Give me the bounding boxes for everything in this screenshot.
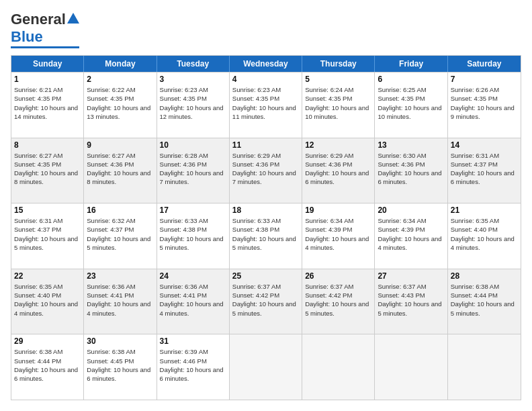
sun-info: Sunrise: 6:22 AM Sunset: 4:35 PM Dayligh… <box>87 85 153 121</box>
day-number: 4 <box>232 75 299 84</box>
sun-info: Sunrise: 6:35 AM Sunset: 4:40 PM Dayligh… <box>451 216 518 252</box>
cal-cell-day-25: 25Sunrise: 6:37 AM Sunset: 4:42 PM Dayli… <box>230 269 302 334</box>
day-number: 19 <box>305 205 371 215</box>
sun-info: Sunrise: 6:36 AM Sunset: 4:41 PM Dayligh… <box>160 282 226 318</box>
logo: General Blue <box>11 11 79 48</box>
calendar: SundayMondayTuesdayWednesdayThursdayFrid… <box>11 55 521 400</box>
day-number: 30 <box>87 336 153 346</box>
day-number: 2 <box>87 75 153 84</box>
cal-cell-day-13: 13Sunrise: 6:30 AM Sunset: 4:36 PM Dayli… <box>375 138 447 203</box>
sun-info: Sunrise: 6:34 AM Sunset: 4:39 PM Dayligh… <box>305 216 371 252</box>
sun-info: Sunrise: 6:38 AM Sunset: 4:45 PM Dayligh… <box>87 347 153 383</box>
day-number: 3 <box>160 75 226 84</box>
cal-row-2: 8Sunrise: 6:27 AM Sunset: 4:35 PM Daylig… <box>11 138 521 203</box>
sun-info: Sunrise: 6:38 AM Sunset: 4:44 PM Dayligh… <box>14 347 81 383</box>
sun-info: Sunrise: 6:37 AM Sunset: 4:42 PM Dayligh… <box>232 282 299 318</box>
cal-cell-day-23: 23Sunrise: 6:36 AM Sunset: 4:41 PM Dayli… <box>84 269 157 334</box>
cal-cell-day-24: 24Sunrise: 6:36 AM Sunset: 4:41 PM Dayli… <box>157 269 230 334</box>
sun-info: Sunrise: 6:27 AM Sunset: 4:36 PM Dayligh… <box>87 151 153 187</box>
cal-cell-day-21: 21Sunrise: 6:35 AM Sunset: 4:40 PM Dayli… <box>448 203 521 269</box>
day-number: 31 <box>160 336 226 346</box>
cal-cell-day-31: 31Sunrise: 6:39 AM Sunset: 4:46 PM Dayli… <box>157 334 230 400</box>
cal-cell-day-29: 29Sunrise: 6:38 AM Sunset: 4:44 PM Dayli… <box>11 334 84 400</box>
cal-cell-day-2: 2Sunrise: 6:22 AM Sunset: 4:35 PM Daylig… <box>84 73 157 138</box>
cal-cell-day-30: 30Sunrise: 6:38 AM Sunset: 4:45 PM Dayli… <box>84 334 157 400</box>
cal-cell-day-11: 11Sunrise: 6:29 AM Sunset: 4:36 PM Dayli… <box>230 138 302 203</box>
day-number: 27 <box>378 271 444 281</box>
sun-info: Sunrise: 6:30 AM Sunset: 4:36 PM Dayligh… <box>378 151 444 187</box>
cal-header-friday: Friday <box>375 56 447 72</box>
cal-cell-day-20: 20Sunrise: 6:34 AM Sunset: 4:39 PM Dayli… <box>375 203 447 269</box>
logo-general-text: General <box>11 11 66 28</box>
cal-header-saturday: Saturday <box>448 56 521 72</box>
day-number: 12 <box>305 140 371 150</box>
sun-info: Sunrise: 6:38 AM Sunset: 4:44 PM Dayligh… <box>451 282 518 318</box>
day-number: 24 <box>160 271 226 281</box>
day-number: 23 <box>87 271 153 281</box>
day-number: 17 <box>160 205 226 215</box>
logo-underline <box>11 46 79 48</box>
cal-cell-day-15: 15Sunrise: 6:31 AM Sunset: 4:37 PM Dayli… <box>11 203 84 269</box>
day-number: 14 <box>451 140 518 150</box>
day-number: 22 <box>14 271 81 281</box>
sun-info: Sunrise: 6:33 AM Sunset: 4:38 PM Dayligh… <box>232 216 299 252</box>
cal-cell-day-5: 5Sunrise: 6:24 AM Sunset: 4:35 PM Daylig… <box>302 73 375 138</box>
day-number: 10 <box>160 140 226 150</box>
day-number: 5 <box>305 75 371 84</box>
sun-info: Sunrise: 6:36 AM Sunset: 4:41 PM Dayligh… <box>87 282 153 318</box>
cal-row-3: 15Sunrise: 6:31 AM Sunset: 4:37 PM Dayli… <box>11 203 521 269</box>
cal-cell-day-4: 4Sunrise: 6:23 AM Sunset: 4:35 PM Daylig… <box>230 73 302 138</box>
sun-info: Sunrise: 6:29 AM Sunset: 4:36 PM Dayligh… <box>305 151 371 187</box>
cal-cell-day-3: 3Sunrise: 6:23 AM Sunset: 4:35 PM Daylig… <box>157 73 230 138</box>
day-number: 29 <box>14 336 81 346</box>
day-number: 28 <box>451 271 518 281</box>
cal-cell-day-7: 7Sunrise: 6:26 AM Sunset: 4:35 PM Daylig… <box>448 73 521 138</box>
cal-header-sunday: Sunday <box>11 56 84 72</box>
sun-info: Sunrise: 6:28 AM Sunset: 4:36 PM Dayligh… <box>160 151 226 187</box>
day-number: 18 <box>232 205 299 215</box>
sun-info: Sunrise: 6:37 AM Sunset: 4:43 PM Dayligh… <box>378 282 444 318</box>
cal-cell-empty <box>302 334 375 400</box>
day-number: 11 <box>232 140 299 150</box>
cal-cell-empty <box>375 334 447 400</box>
sun-info: Sunrise: 6:25 AM Sunset: 4:35 PM Dayligh… <box>378 85 444 121</box>
sun-info: Sunrise: 6:31 AM Sunset: 4:37 PM Dayligh… <box>14 216 81 252</box>
day-number: 15 <box>14 205 81 215</box>
sun-info: Sunrise: 6:34 AM Sunset: 4:39 PM Dayligh… <box>378 216 444 252</box>
sun-info: Sunrise: 6:37 AM Sunset: 4:42 PM Dayligh… <box>305 282 371 318</box>
sun-info: Sunrise: 6:35 AM Sunset: 4:40 PM Dayligh… <box>14 282 81 318</box>
day-number: 8 <box>14 140 81 150</box>
cal-header-tuesday: Tuesday <box>157 56 230 72</box>
sun-info: Sunrise: 6:21 AM Sunset: 4:35 PM Dayligh… <box>14 85 81 121</box>
day-number: 9 <box>87 140 153 150</box>
cal-cell-day-18: 18Sunrise: 6:33 AM Sunset: 4:38 PM Dayli… <box>230 203 302 269</box>
day-number: 25 <box>232 271 299 281</box>
sun-info: Sunrise: 6:39 AM Sunset: 4:46 PM Dayligh… <box>160 347 226 383</box>
cal-row-4: 22Sunrise: 6:35 AM Sunset: 4:40 PM Dayli… <box>11 269 521 334</box>
page: General Blue SundayMondayTuesdayWednesda… <box>0 0 532 411</box>
cal-cell-day-26: 26Sunrise: 6:37 AM Sunset: 4:42 PM Dayli… <box>302 269 375 334</box>
cal-cell-day-1: 1Sunrise: 6:21 AM Sunset: 4:35 PM Daylig… <box>11 73 84 138</box>
sun-info: Sunrise: 6:29 AM Sunset: 4:36 PM Dayligh… <box>232 151 299 187</box>
calendar-header: SundayMondayTuesdayWednesdayThursdayFrid… <box>11 56 521 72</box>
cal-row-1: 1Sunrise: 6:21 AM Sunset: 4:35 PM Daylig… <box>11 72 521 138</box>
cal-header-monday: Monday <box>84 56 157 72</box>
cal-cell-day-27: 27Sunrise: 6:37 AM Sunset: 4:43 PM Dayli… <box>375 269 447 334</box>
cal-cell-day-14: 14Sunrise: 6:31 AM Sunset: 4:37 PM Dayli… <box>448 138 521 203</box>
logo-blue-text: Blue <box>11 28 43 46</box>
sun-info: Sunrise: 6:24 AM Sunset: 4:35 PM Dayligh… <box>305 85 371 121</box>
cal-cell-day-10: 10Sunrise: 6:28 AM Sunset: 4:36 PM Dayli… <box>157 138 230 203</box>
day-number: 26 <box>305 271 371 281</box>
cal-cell-empty <box>230 334 302 400</box>
day-number: 6 <box>378 75 444 84</box>
day-number: 1 <box>14 75 81 84</box>
cal-cell-day-28: 28Sunrise: 6:38 AM Sunset: 4:44 PM Dayli… <box>448 269 521 334</box>
cal-cell-empty <box>448 334 521 400</box>
cal-cell-day-12: 12Sunrise: 6:29 AM Sunset: 4:36 PM Dayli… <box>302 138 375 203</box>
day-number: 16 <box>87 205 153 215</box>
day-number: 20 <box>378 205 444 215</box>
day-number: 7 <box>451 75 518 84</box>
cal-cell-day-19: 19Sunrise: 6:34 AM Sunset: 4:39 PM Dayli… <box>302 203 375 269</box>
day-number: 21 <box>451 205 518 215</box>
calendar-body: 1Sunrise: 6:21 AM Sunset: 4:35 PM Daylig… <box>11 72 521 400</box>
